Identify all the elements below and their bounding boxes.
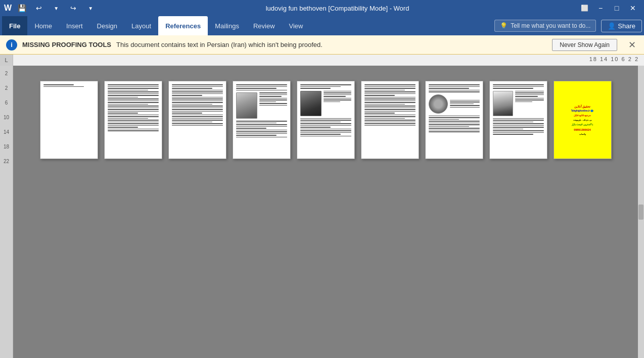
page-line xyxy=(450,100,480,101)
tab-home[interactable]: Home xyxy=(27,16,59,35)
page-lines-1 xyxy=(43,84,95,87)
page-line xyxy=(300,129,351,130)
page-1[interactable] xyxy=(40,81,98,159)
page-line xyxy=(429,90,480,91)
ad-label: واتساپ xyxy=(579,133,586,136)
page-line xyxy=(429,121,480,122)
tab-layout[interactable]: Layout xyxy=(124,16,158,35)
maximize-button[interactable]: □ xyxy=(610,1,624,15)
close-button[interactable]: ✕ xyxy=(626,1,640,15)
page-line xyxy=(172,113,203,114)
page-line xyxy=(324,92,351,93)
page-line xyxy=(364,109,416,110)
never-show-again-button[interactable]: Never Show Again xyxy=(552,39,617,51)
page-line xyxy=(364,125,416,126)
page-5-content xyxy=(297,81,354,139)
page-line xyxy=(108,127,139,128)
customize-icon[interactable]: ▼ xyxy=(83,1,98,15)
page-line xyxy=(493,134,534,135)
ribbon-collapse-icon[interactable]: ⬜ xyxy=(577,1,591,15)
page-7[interactable] xyxy=(425,81,483,159)
page-line xyxy=(493,84,544,85)
tab-file[interactable]: File xyxy=(2,16,27,35)
page-line xyxy=(364,91,416,92)
page-line xyxy=(236,133,287,134)
page-line xyxy=(108,125,159,126)
title-bar-left: W 💾 ↩ ▼ ↪ ▼ xyxy=(4,1,98,15)
tab-mailings[interactable]: Mailings xyxy=(208,16,246,35)
ruler-corner[interactable]: L xyxy=(0,55,13,66)
page-line xyxy=(493,127,544,128)
scroll-thumb[interactable] xyxy=(638,204,643,220)
tab-review[interactable]: Review xyxy=(246,16,282,35)
page-line xyxy=(172,95,203,96)
page-3[interactable] xyxy=(168,81,226,159)
ad-tagline: با کمترین قیمت بازار xyxy=(572,123,593,127)
page-line xyxy=(172,116,223,117)
page-line xyxy=(429,91,480,92)
redo-icon[interactable]: ↪ xyxy=(66,1,80,15)
page-line xyxy=(108,122,159,123)
notification-close-button[interactable]: ✕ xyxy=(626,39,638,50)
share-button[interactable]: 👤 Share xyxy=(601,20,642,32)
page-line xyxy=(259,98,287,99)
undo-dropdown[interactable]: ▼ xyxy=(49,1,63,15)
word-icon: W xyxy=(4,4,12,13)
page-line xyxy=(300,88,331,89)
scrollbar[interactable] xyxy=(638,66,644,358)
minimize-button[interactable]: − xyxy=(593,1,608,15)
page-line xyxy=(429,130,480,131)
tab-insert[interactable]: Insert xyxy=(59,16,90,35)
page-9[interactable]: تحقیق آنلاین Tahghighonline.ir 🔵 مرجع دا… xyxy=(554,81,612,159)
page-line xyxy=(108,123,159,124)
main-area: 2 2 6 10 14 18 22 xyxy=(0,66,644,358)
page-line xyxy=(364,97,416,98)
portrait-image-8 xyxy=(493,91,513,116)
ruler-v-num: 2 xyxy=(5,71,8,76)
ruler-v-num: 10 xyxy=(4,115,9,120)
page-line xyxy=(493,86,544,87)
page-8[interactable] xyxy=(489,81,547,159)
page-line xyxy=(108,97,139,98)
page-line xyxy=(493,118,544,119)
page-line xyxy=(429,84,480,85)
undo-icon[interactable]: ↩ xyxy=(32,1,46,15)
page-line xyxy=(172,115,223,116)
page-line xyxy=(108,106,159,107)
page-line xyxy=(108,86,159,87)
page-line xyxy=(324,91,351,92)
tab-references[interactable]: References xyxy=(158,16,208,35)
page-line xyxy=(364,123,416,124)
page-line xyxy=(493,120,544,121)
page-line xyxy=(324,98,351,99)
page-line xyxy=(324,99,351,100)
search-placeholder: Tell me what you want to do... xyxy=(511,22,590,29)
page-line xyxy=(515,99,544,100)
page-line xyxy=(108,84,159,85)
portrait-image-5 xyxy=(300,91,321,116)
ruler-v-num: 22 xyxy=(4,159,9,164)
tab-design[interactable]: Design xyxy=(90,16,124,35)
page-line xyxy=(259,101,276,103)
page-2[interactable] xyxy=(104,81,162,159)
page-line xyxy=(172,84,223,85)
ruler-v-num: 2 xyxy=(5,85,8,91)
page-lines-2 xyxy=(108,84,159,131)
save-icon[interactable]: 💾 xyxy=(15,1,29,15)
ruler-numbers: 18 14 10 6 2 2 xyxy=(589,56,639,62)
ruler-v-num: 6 xyxy=(5,100,8,106)
page-5[interactable] xyxy=(297,81,355,159)
page-line xyxy=(364,115,416,116)
tab-view[interactable]: View xyxy=(282,16,310,35)
search-bar[interactable]: 💡 Tell me what you want to do... xyxy=(494,20,596,32)
page-line xyxy=(172,111,223,112)
page-line xyxy=(236,128,267,129)
page-line xyxy=(364,100,416,101)
page-line xyxy=(324,96,346,97)
page-4[interactable] xyxy=(233,81,291,159)
page-line xyxy=(108,118,149,119)
page-line xyxy=(300,136,351,137)
page-6[interactable] xyxy=(361,81,419,159)
page-line xyxy=(43,84,74,85)
page-line xyxy=(364,90,405,91)
